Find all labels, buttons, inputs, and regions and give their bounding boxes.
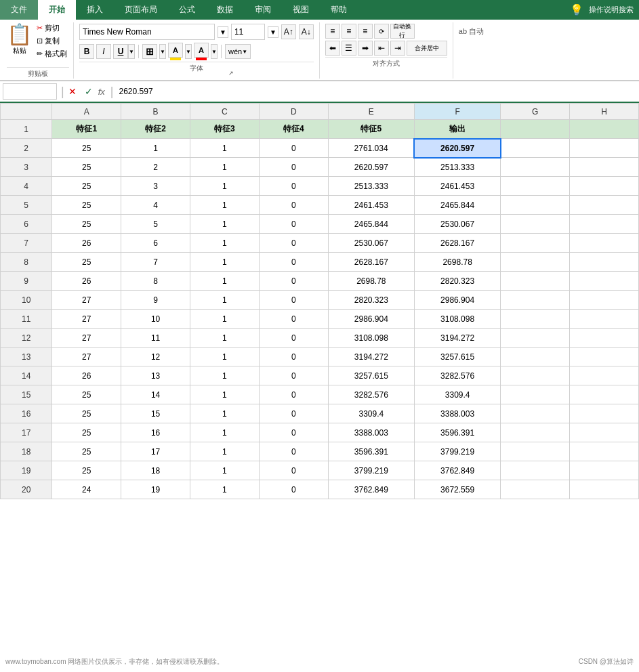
cell-h-13[interactable] (570, 348, 639, 366)
name-box[interactable] (3, 83, 57, 100)
cell-e-11[interactable]: 2986.904 (328, 310, 414, 329)
border-button[interactable]: ⊞ (142, 44, 157, 59)
tab-page-layout[interactable]: 页面布局 (114, 0, 168, 20)
col-header-d[interactable]: D (259, 104, 328, 120)
cell-g-7[interactable] (501, 234, 570, 253)
cell-b-3[interactable]: 2 (121, 158, 190, 177)
cell-g-20[interactable] (501, 480, 570, 499)
cell-h-17[interactable] (570, 423, 639, 442)
cell-e-13[interactable]: 3194.272 (328, 348, 414, 366)
cell-d-20[interactable]: 0 (259, 480, 328, 499)
copy-button[interactable]: ⊡ 复制 (35, 35, 69, 47)
underline-button[interactable]: U (113, 44, 128, 59)
cell-d-6[interactable]: 0 (259, 215, 328, 234)
cell-f-1[interactable]: 输出 (414, 120, 500, 139)
cell-f-16[interactable]: 3388.003 (414, 404, 500, 423)
cell-c-8[interactable]: 1 (190, 253, 260, 272)
cell-e-5[interactable]: 2461.453 (328, 196, 414, 215)
cell-d-15[interactable]: 0 (259, 385, 328, 404)
cell-c-14[interactable]: 1 (190, 366, 260, 385)
cell-h-2[interactable] (570, 139, 639, 158)
format-painter-button[interactable]: ✏ 格式刷 (35, 48, 69, 60)
cell-e-7[interactable]: 2530.067 (328, 234, 414, 253)
cell-b-12[interactable]: 11 (121, 329, 190, 348)
cell-c-13[interactable]: 1 (190, 348, 260, 366)
cell-b-8[interactable]: 7 (121, 253, 190, 272)
rotate-text-button[interactable]: ⟳ (374, 24, 389, 39)
cell-a-1[interactable]: 特征1 (52, 120, 121, 139)
cell-c-10[interactable]: 1 (190, 291, 260, 310)
cell-f-12[interactable]: 3194.272 (414, 329, 500, 348)
border-dropdown-button[interactable]: ▼ (159, 44, 166, 59)
col-header-e[interactable]: E (328, 104, 414, 120)
cell-a-9[interactable]: 26 (52, 272, 121, 291)
cell-e-12[interactable]: 3108.098 (328, 329, 414, 348)
cell-h-20[interactable] (570, 480, 639, 499)
cell-d-7[interactable]: 0 (259, 234, 328, 253)
cell-e-3[interactable]: 2620.597 (328, 158, 414, 177)
font-color-button[interactable]: A (194, 43, 209, 58)
cell-f-4[interactable]: 2461.453 (414, 177, 500, 196)
cancel-formula-button[interactable]: ✕ (66, 85, 79, 98)
cell-c-11[interactable]: 1 (190, 310, 260, 329)
cell-h-19[interactable] (570, 461, 639, 480)
cell-h-9[interactable] (570, 272, 639, 291)
cell-b-19[interactable]: 18 (121, 461, 190, 480)
cell-f-13[interactable]: 3257.615 (414, 348, 500, 366)
col-header-a[interactable]: A (52, 104, 121, 120)
cell-g-8[interactable] (501, 253, 570, 272)
cell-c-17[interactable]: 1 (190, 423, 260, 442)
cell-f-17[interactable]: 3596.391 (414, 423, 500, 442)
cell-d-16[interactable]: 0 (259, 404, 328, 423)
cell-d-14[interactable]: 0 (259, 366, 328, 385)
cell-c-19[interactable]: 1 (190, 461, 260, 480)
cell-a-16[interactable]: 25 (52, 404, 121, 423)
cell-b-18[interactable]: 17 (121, 442, 190, 461)
cell-d-3[interactable]: 0 (259, 158, 328, 177)
cell-c-4[interactable]: 1 (190, 177, 260, 196)
cell-b-4[interactable]: 3 (121, 177, 190, 196)
cell-a-12[interactable]: 27 (52, 329, 121, 348)
merge-center-button[interactable]: 合并居中 (407, 41, 447, 56)
cell-f-6[interactable]: 2530.067 (414, 215, 500, 234)
cut-button[interactable]: ✂ 剪切 (35, 22, 69, 34)
cell-g-11[interactable] (501, 310, 570, 329)
cell-g-15[interactable] (501, 385, 570, 404)
fill-color-button[interactable]: A (168, 43, 183, 58)
cell-d-1[interactable]: 特征4 (259, 120, 328, 139)
cell-b-13[interactable]: 12 (121, 348, 190, 366)
cell-d-19[interactable]: 0 (259, 461, 328, 480)
align-right-button[interactable]: ➡ (358, 41, 373, 56)
wrap-text-button[interactable]: 自动换行 (390, 24, 415, 39)
cell-b-16[interactable]: 15 (121, 404, 190, 423)
cell-e-15[interactable]: 3282.576 (328, 385, 414, 404)
cell-b-1[interactable]: 特征2 (121, 120, 190, 139)
cell-a-20[interactable]: 24 (52, 480, 121, 499)
col-header-c[interactable]: C (190, 104, 260, 120)
cell-g-5[interactable] (501, 196, 570, 215)
formula-input[interactable] (117, 85, 637, 98)
cell-c-5[interactable]: 1 (190, 196, 260, 215)
cell-g-18[interactable] (501, 442, 570, 461)
cell-d-9[interactable]: 0 (259, 272, 328, 291)
cell-f-7[interactable]: 2628.167 (414, 234, 500, 253)
cell-f-5[interactable]: 2465.844 (414, 196, 500, 215)
cell-a-3[interactable]: 25 (52, 158, 121, 177)
tab-help[interactable]: 帮助 (320, 0, 358, 20)
font-color-dropdown-button[interactable]: ▼ (211, 44, 218, 59)
cell-a-13[interactable]: 27 (52, 348, 121, 366)
cell-d-11[interactable]: 0 (259, 310, 328, 329)
cell-c-1[interactable]: 特征3 (190, 120, 260, 139)
cell-d-12[interactable]: 0 (259, 329, 328, 348)
cell-e-14[interactable]: 3257.615 (328, 366, 414, 385)
cell-f-20[interactable]: 3672.559 (414, 480, 500, 499)
cell-e-19[interactable]: 3799.219 (328, 461, 414, 480)
cell-g-9[interactable] (501, 272, 570, 291)
tab-view[interactable]: 视图 (282, 0, 320, 20)
cell-a-7[interactable]: 26 (52, 234, 121, 253)
cell-h-12[interactable] (570, 329, 639, 348)
cell-d-18[interactable]: 0 (259, 442, 328, 461)
cell-f-2[interactable]: 2620.597 (414, 139, 500, 158)
align-top-right-button[interactable]: ≡ (358, 24, 373, 39)
col-header-g[interactable]: G (501, 104, 570, 120)
